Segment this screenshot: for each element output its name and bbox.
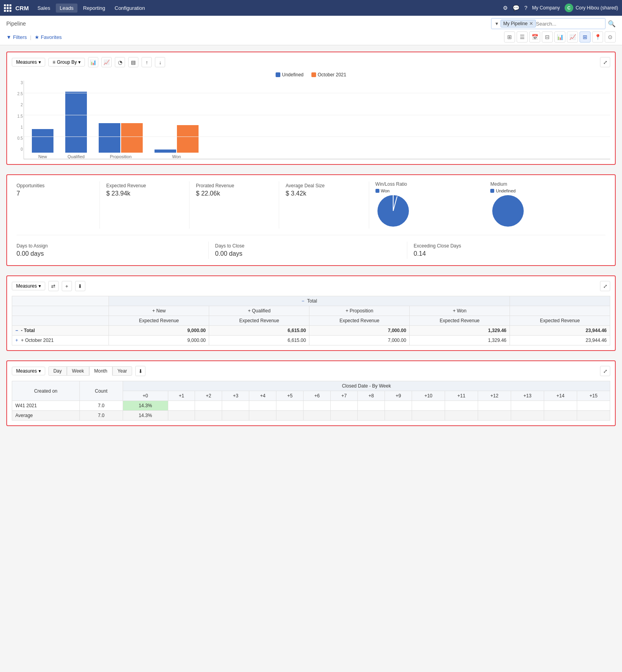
stat-days-close-value: 0.00 days <box>215 250 401 257</box>
bar-proposition-bars <box>99 123 143 153</box>
pivot-measures-dropdown[interactable]: Measures ▾ <box>12 282 45 290</box>
cohort-avg-11 <box>445 411 478 421</box>
cohort-row-label: W41 2021 <box>12 401 80 411</box>
view-line-chart[interactable]: 📈 <box>567 31 578 42</box>
cohort-offset-15: +15 <box>577 391 610 401</box>
pivot-empty-th2 <box>12 306 109 316</box>
pivot-row-minus[interactable]: − <box>15 328 18 333</box>
chart-desc-btn[interactable]: ↓ <box>155 57 165 67</box>
stat-opportunities-label: Opportunities <box>17 183 93 188</box>
tab-week[interactable]: Week <box>67 366 89 376</box>
pivot-row-plus[interactable]: + <box>15 338 18 343</box>
page-title: Pipeline <box>6 20 26 27</box>
cohort-download-btn[interactable]: ⬇ <box>135 366 145 376</box>
filter-tag-close[interactable]: ✕ <box>529 21 533 26</box>
view-pivot[interactable]: ⊞ <box>580 31 591 42</box>
win-loss-title: Win/Loss Ratio <box>375 181 407 187</box>
cohort-cell-4 <box>249 401 276 411</box>
chart-asc-btn[interactable]: ↑ <box>142 57 152 67</box>
cohort-offset-11: +11 <box>445 391 478 401</box>
nav-item-sales[interactable]: Sales <box>33 4 54 13</box>
search-icon[interactable]: 🔍 <box>608 20 616 28</box>
favorites-link[interactable]: ★ Favorites <box>35 34 62 40</box>
chart-pie-btn[interactable]: ◔ <box>115 57 125 67</box>
help-icon[interactable]: ? <box>524 5 527 11</box>
pivot-header-row3: Expected Revenue Expected Revenue Expect… <box>12 316 610 326</box>
pivot-col-won[interactable]: + Won <box>410 306 510 316</box>
settings-icon[interactable]: ⚙ <box>503 5 508 11</box>
stat-days-close-label: Days to Close <box>215 243 401 249</box>
chart-line-btn[interactable]: 📈 <box>101 57 112 67</box>
favorites-label: Favorites <box>41 34 62 40</box>
search-input[interactable] <box>536 21 602 27</box>
nav-item-leads[interactable]: Leads <box>56 4 77 13</box>
pivot-col-qualified[interactable]: + Qualified <box>209 306 309 316</box>
tab-month[interactable]: Month <box>89 366 112 376</box>
pivot-header-row1: − Total <box>12 296 610 306</box>
bar-proposition-undefined <box>99 123 120 153</box>
header-row1: Pipeline ▼ My Pipeline ✕ 🔍 <box>6 18 616 31</box>
pivot-total-total: 23,944.46 <box>510 326 610 336</box>
pivot-sub-new: Expected Revenue <box>109 316 209 326</box>
view-calendar[interactable]: 📅 <box>529 31 540 42</box>
cohort-avg-12 <box>478 411 511 421</box>
medium-widget: Medium Undefined <box>490 181 605 229</box>
pivot-add-btn[interactable]: + <box>62 281 72 291</box>
chart-bar-btn[interactable]: 📊 <box>88 57 98 67</box>
tab-day[interactable]: Day <box>48 366 67 376</box>
pivot-oct-total: 23,944.46 <box>510 336 610 345</box>
cohort-cell-0: 14.3% <box>123 401 168 411</box>
cohort-cell-11 <box>445 401 478 411</box>
group-by-dropdown[interactable]: ≡ Group By ▾ <box>48 58 85 66</box>
company-label: My Company <box>532 5 560 11</box>
pivot-empty-th3 <box>12 316 109 326</box>
chart-toolbar: Measures ▾ ≡ Group By ▾ 📊 📈 ◔ ▤ ↑ ↓ ⤢ <box>12 57 610 67</box>
pivot-col-proposition[interactable]: + Proposition <box>309 306 410 316</box>
pivot-col-new-label: + New <box>152 308 166 314</box>
bar-new-label: New <box>38 154 47 159</box>
cohort-measures-dropdown[interactable]: Measures ▾ <box>12 367 45 375</box>
nav-item-configuration[interactable]: Configuration <box>111 4 149 13</box>
y-15: 1.5 <box>12 114 23 118</box>
search-area: ▼ My Pipeline ✕ 🔍 <box>491 18 616 29</box>
cohort-main-header: Closed Date - By Week <box>123 381 610 391</box>
group-by-label: Group By <box>57 59 77 65</box>
view-table[interactable]: ⊟ <box>542 31 553 42</box>
cohort-offset-12: +12 <box>478 391 511 401</box>
view-activity[interactable]: ⊙ <box>605 31 616 42</box>
view-list[interactable]: ☰ <box>517 31 528 42</box>
stat-expected-label: Expected Revenue <box>106 183 183 188</box>
chart-expand-btn[interactable]: ⤢ <box>600 57 610 67</box>
search-wrapper[interactable]: ▼ My Pipeline ✕ <box>491 18 605 29</box>
pivot-download-btn[interactable]: ⬇ <box>75 281 85 291</box>
cohort-cell-8 <box>358 401 385 411</box>
tab-year[interactable]: Year <box>112 366 132 376</box>
view-bar-chart[interactable]: 📊 <box>554 31 565 42</box>
cohort-avg-15 <box>577 411 610 421</box>
pivot-expand-btn[interactable]: ⤢ <box>600 281 610 291</box>
chart-stacked-btn[interactable]: ▤ <box>128 57 138 67</box>
filter-tag: My Pipeline ✕ <box>501 20 536 28</box>
filters-link[interactable]: ▼ Filters <box>6 34 27 40</box>
bar-won-october <box>177 125 199 153</box>
pivot-minus-btn[interactable]: − <box>302 298 304 304</box>
cohort-avg-3 <box>222 411 249 421</box>
medium-legend-label: Undefined <box>496 188 515 193</box>
cohort-avg-14 <box>544 411 577 421</box>
view-map[interactable]: 📍 <box>592 31 603 42</box>
win-loss-widget: Win/Loss Ratio Won <box>375 181 491 229</box>
cohort-measures-label: Measures <box>16 368 37 374</box>
pivot-columns-btn[interactable]: ⇄ <box>48 281 59 291</box>
cohort-offset-2: +2 <box>195 391 222 401</box>
view-kanban[interactable]: ⊞ <box>504 31 515 42</box>
cohort-cell-15 <box>577 401 610 411</box>
cohort-expand-btn[interactable]: ⤢ <box>600 366 610 376</box>
medium-legend: Undefined <box>490 188 515 193</box>
measures-dropdown[interactable]: Measures ▾ <box>12 58 45 66</box>
stats-panel: Opportunities 7 Expected Revenue $ 23.94… <box>6 174 616 266</box>
pivot-col-new[interactable]: + New <box>109 306 209 316</box>
nav-item-reporting[interactable]: Reporting <box>79 4 109 13</box>
cohort-measures-arrow: ▾ <box>39 368 41 374</box>
user-menu[interactable]: C Cory Hibou (shared) <box>565 4 618 12</box>
chat-icon[interactable]: 💬 <box>513 5 519 11</box>
